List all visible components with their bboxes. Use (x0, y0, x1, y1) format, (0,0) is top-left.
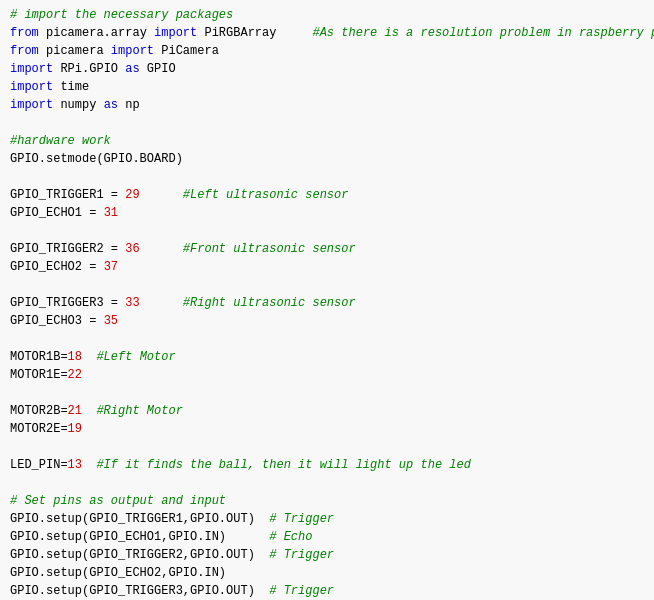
code-line: LED_PIN=13 #If it finds the ball, then i… (10, 456, 644, 474)
code-editor: # import the necessary packagesfrom pica… (0, 0, 654, 600)
code-line: from picamera import PiCamera (10, 42, 644, 60)
code-line: GPIO.setup(GPIO_TRIGGER3,GPIO.OUT) # Tri… (10, 582, 644, 600)
code-line: # import the necessary packages (10, 6, 644, 24)
code-line: GPIO_TRIGGER2 = 36 #Front ultrasonic sen… (10, 240, 644, 258)
code-line: import time (10, 78, 644, 96)
code-line: GPIO.setup(GPIO_ECHO2,GPIO.IN) (10, 564, 644, 582)
code-line (10, 276, 644, 294)
code-line: GPIO_ECHO2 = 37 (10, 258, 644, 276)
code-line: #hardware work (10, 132, 644, 150)
code-line: MOTOR2E=19 (10, 420, 644, 438)
code-line: import numpy as np (10, 96, 644, 114)
code-line (10, 330, 644, 348)
code-line: import RPi.GPIO as GPIO (10, 60, 644, 78)
code-line: GPIO.setup(GPIO_ECHO1,GPIO.IN) # Echo (10, 528, 644, 546)
code-line: MOTOR2B=21 #Right Motor (10, 402, 644, 420)
code-line (10, 474, 644, 492)
code-line (10, 438, 644, 456)
code-line: GPIO_ECHO3 = 35 (10, 312, 644, 330)
code-line: GPIO_ECHO1 = 31 (10, 204, 644, 222)
code-line: MOTOR1E=22 (10, 366, 644, 384)
code-line: GPIO_TRIGGER3 = 33 #Right ultrasonic sen… (10, 294, 644, 312)
code-line: from picamera.array import PiRGBArray #A… (10, 24, 644, 42)
code-line: GPIO.setmode(GPIO.BOARD) (10, 150, 644, 168)
code-line (10, 384, 644, 402)
code-line (10, 168, 644, 186)
code-line: MOTOR1B=18 #Left Motor (10, 348, 644, 366)
code-line: GPIO.setup(GPIO_TRIGGER2,GPIO.OUT) # Tri… (10, 546, 644, 564)
code-line: # Set pins as output and input (10, 492, 644, 510)
code-line: GPIO_TRIGGER1 = 29 #Left ultrasonic sens… (10, 186, 644, 204)
code-line: GPIO.setup(GPIO_TRIGGER1,GPIO.OUT) # Tri… (10, 510, 644, 528)
code-line (10, 114, 644, 132)
code-line (10, 222, 644, 240)
